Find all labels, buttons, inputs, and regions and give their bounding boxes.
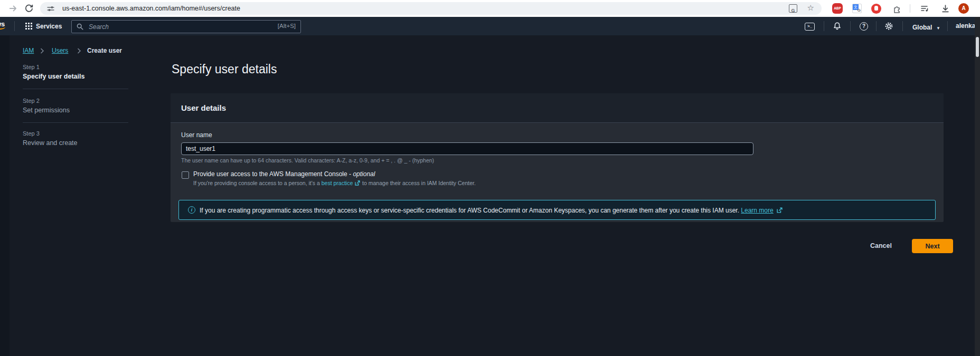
step-3-item[interactable]: Step 3 Review and create bbox=[23, 130, 78, 147]
breadcrumb-chevron-icon bbox=[40, 48, 44, 54]
username-input[interactable] bbox=[181, 142, 753, 155]
external-link-icon bbox=[777, 207, 783, 213]
page-scrollbar-thumb[interactable] bbox=[976, 37, 979, 57]
downloads-icon[interactable] bbox=[940, 3, 950, 14]
settings-gear-icon[interactable] bbox=[884, 22, 893, 31]
step-2-item[interactable]: Step 2 Set permissions bbox=[23, 98, 70, 114]
panel-title: User details bbox=[181, 93, 226, 122]
cloudshell-icon[interactable]: >_ bbox=[805, 23, 815, 31]
services-grid-icon bbox=[25, 23, 32, 30]
page-title: Specify user details bbox=[172, 62, 277, 76]
aws-top-nav: ws Services [Alt+S] >_ ? Global ▾ alenka bbox=[0, 17, 980, 35]
username-label: User name bbox=[181, 131, 212, 139]
chevron-down-icon: ▾ bbox=[937, 25, 940, 31]
console-access-label[interactable]: Provide user access to the AWS Managemen… bbox=[193, 170, 375, 178]
forward-icon[interactable] bbox=[8, 4, 18, 13]
info-alert: i If you are creating programmatic acces… bbox=[178, 200, 936, 220]
search-input[interactable] bbox=[88, 21, 264, 32]
aws-logo[interactable]: ws bbox=[0, 19, 7, 34]
stop-hand-extension-icon[interactable] bbox=[871, 3, 881, 14]
help-icon[interactable]: ? bbox=[860, 22, 868, 31]
breadcrumb-current: Create user bbox=[87, 47, 122, 54]
step-1-item[interactable]: Step 1 Specify user details bbox=[23, 64, 84, 80]
username-helper-text: The user name can have up to 64 characte… bbox=[181, 157, 434, 163]
google-translate-extension-icon[interactable]: 文 G bbox=[852, 3, 862, 14]
translate-page-icon[interactable]: G bbox=[789, 4, 797, 13]
search-shortcut: [Alt+S] bbox=[278, 23, 296, 29]
bookmark-star-icon[interactable]: ☆ bbox=[807, 3, 814, 13]
console-access-note: If you're providing console access to a … bbox=[193, 180, 476, 186]
search-icon bbox=[76, 23, 84, 31]
browser-profile-avatar[interactable]: A bbox=[958, 3, 969, 14]
alert-text: If you are creating programmatic access … bbox=[200, 200, 783, 220]
best-practice-link[interactable]: best practice bbox=[322, 180, 353, 186]
side-nav-edge bbox=[0, 35, 10, 356]
breadcrumb-chevron-icon bbox=[77, 48, 81, 54]
region-selector[interactable]: Global ▾ bbox=[912, 22, 939, 32]
aws-smile-swoosh bbox=[0, 24, 5, 30]
console-access-checkbox[interactable] bbox=[182, 171, 189, 179]
site-settings-icon[interactable] bbox=[47, 5, 54, 12]
adblock-extension-icon[interactable]: ABP bbox=[832, 3, 843, 14]
next-button[interactable]: Next bbox=[912, 239, 953, 253]
panel-header: User details bbox=[171, 93, 944, 123]
reload-icon[interactable] bbox=[24, 4, 34, 13]
breadcrumb-iam-link[interactable]: IAM bbox=[23, 47, 34, 54]
page-scrollbar-track[interactable] bbox=[975, 17, 980, 356]
console-search[interactable]: [Alt+S] bbox=[71, 20, 301, 33]
url-text[interactable]: us-east-1.console.aws.amazon.com/iam/hom… bbox=[62, 2, 240, 15]
browser-chrome: us-east-1.console.aws.amazon.com/iam/hom… bbox=[0, 0, 980, 17]
optional-flag: optional bbox=[353, 170, 375, 178]
external-link-icon bbox=[355, 180, 360, 186]
user-details-panel: User details User name The user name can… bbox=[171, 93, 944, 222]
url-bar[interactable]: us-east-1.console.aws.amazon.com/iam/hom… bbox=[40, 2, 822, 15]
learn-more-link[interactable]: Learn more bbox=[741, 207, 773, 214]
breadcrumb-users-link[interactable]: Users bbox=[52, 47, 68, 54]
extensions-puzzle-icon[interactable] bbox=[891, 3, 902, 14]
notifications-bell-icon[interactable] bbox=[833, 22, 842, 31]
toolbar-separator bbox=[910, 4, 910, 13]
account-menu[interactable]: alenka bbox=[956, 22, 975, 30]
info-icon: i bbox=[188, 206, 195, 214]
cancel-button[interactable]: Cancel bbox=[870, 242, 892, 249]
reading-list-icon[interactable] bbox=[919, 3, 930, 14]
